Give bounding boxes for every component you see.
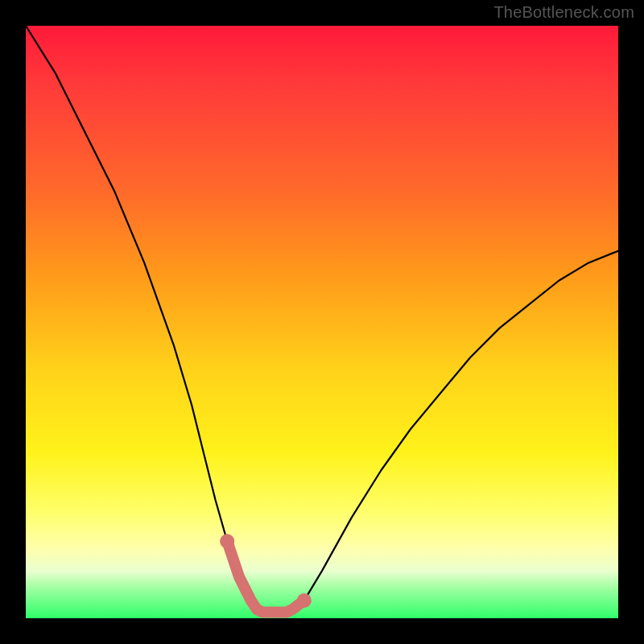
curve-svg	[26, 26, 618, 618]
valley-dot	[297, 593, 312, 608]
bottleneck-curve	[26, 26, 618, 613]
plot-area	[26, 26, 618, 618]
valley-dot	[220, 534, 234, 548]
chart-frame: TheBottleneck.com	[0, 0, 644, 644]
valley-highlight	[227, 541, 304, 612]
watermark-label: TheBottleneck.com	[493, 3, 634, 22]
